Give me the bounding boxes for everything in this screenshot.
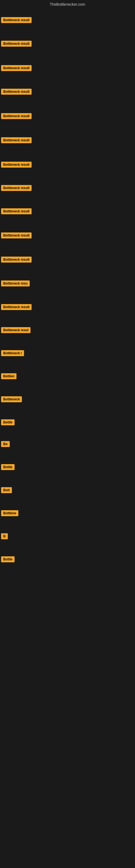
result-row-19: Bo (0, 439, 11, 450)
bottleneck-badge-5[interactable]: Bottleneck result (1, 113, 32, 119)
result-row-16: Bottlen (0, 372, 17, 382)
result-row-13: Bottleneck result (0, 303, 33, 313)
bottleneck-badge-18[interactable]: Bottle (1, 420, 14, 425)
bottleneck-badge-21[interactable]: Bott (1, 487, 12, 493)
bottleneck-badge-13[interactable]: Bottleneck result (1, 304, 32, 310)
result-row-8: Bottleneck result (0, 183, 33, 194)
page-container: TheBottlenecker.com Bottleneck resultBot… (0, 0, 135, 868)
bottleneck-badge-2[interactable]: Bottleneck result (1, 41, 32, 46)
bottleneck-badge-6[interactable]: Bottleneck result (1, 137, 32, 143)
bottleneck-badge-12[interactable]: Bottleneck resu (1, 280, 30, 286)
result-row-23: B (0, 532, 9, 542)
result-row-17: Bottleneck (0, 395, 23, 405)
bottleneck-badge-4[interactable]: Bottleneck result (1, 89, 32, 95)
bottleneck-badge-24[interactable]: Bottle (1, 556, 14, 562)
bottleneck-badge-17[interactable]: Bottleneck (1, 396, 22, 402)
result-row-20: Bottle (0, 463, 16, 473)
bottleneck-badge-1[interactable]: Bottleneck result (1, 17, 32, 23)
bottleneck-badge-23[interactable]: B (1, 533, 8, 539)
bottleneck-badge-10[interactable]: Bottleneck result (1, 232, 32, 239)
bottleneck-badge-3[interactable]: Bottleneck result (1, 65, 32, 71)
result-row-21: Bott (0, 486, 13, 496)
result-row-3: Bottleneck result (0, 63, 33, 74)
site-title: TheBottlenecker.com (0, 0, 135, 8)
result-row-6: Bottleneck result (0, 135, 33, 146)
bottleneck-badge-11[interactable]: Bottleneck result (1, 257, 32, 262)
result-row-18: Bottle (0, 418, 16, 428)
result-row-11: Bottleneck result (0, 255, 33, 265)
result-row-15: Bottleneck r (0, 348, 25, 359)
bottleneck-badge-8[interactable]: Bottleneck result (1, 185, 32, 191)
bottleneck-badge-7[interactable]: Bottleneck result (1, 162, 32, 167)
result-row-14: Bottleneck resul (0, 326, 32, 336)
result-row-2: Bottleneck result (0, 39, 33, 50)
bottleneck-badge-20[interactable]: Bottle (1, 464, 14, 470)
result-row-10: Bottleneck result (0, 231, 33, 241)
bottleneck-badge-9[interactable]: Bottleneck result (1, 208, 32, 214)
result-row-24: Bottle (0, 555, 16, 565)
result-row-12: Bottleneck resu (0, 279, 31, 289)
result-row-5: Bottleneck result (0, 112, 33, 122)
result-row-1: Bottleneck result (0, 16, 33, 26)
result-row-22: Bottlene (0, 508, 19, 519)
bottleneck-badge-14[interactable]: Bottleneck resul (1, 327, 31, 333)
result-row-9: Bottleneck result (0, 207, 33, 217)
bottleneck-badge-15[interactable]: Bottleneck r (1, 350, 24, 356)
result-row-7: Bottleneck result (0, 160, 33, 170)
bottleneck-badge-22[interactable]: Bottlene (1, 510, 18, 516)
result-row-4: Bottleneck result (0, 87, 33, 97)
bottleneck-badge-16[interactable]: Bottlen (1, 373, 16, 379)
bottleneck-badge-19[interactable]: Bo (1, 441, 10, 447)
